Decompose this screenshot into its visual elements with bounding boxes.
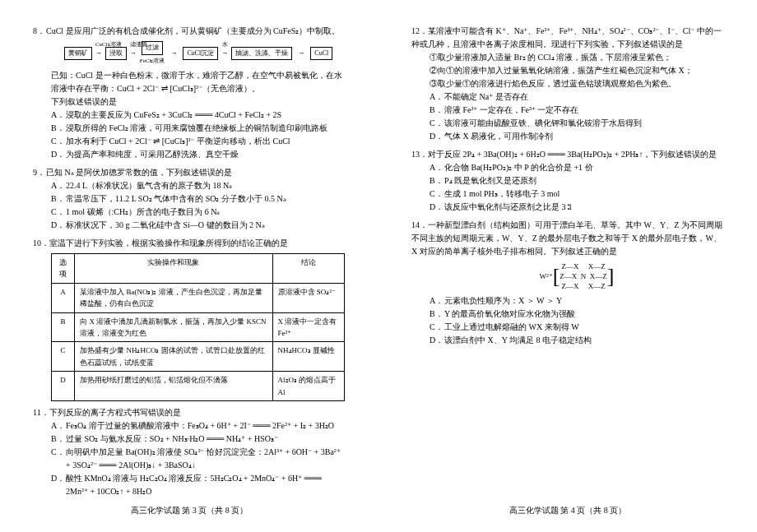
q8-D: 为提高产率和纯度，可采用乙醇洗涤、真空干燥 [66,148,239,161]
q8-stem: CuCl 是应用广泛的有机合成催化剂，可从黄铜矿（主要成分为 CuFeS₂）中制… [46,26,340,35]
flow-node-4: CuCl沉淀 [183,47,218,61]
bracket-right-icon: ] [607,268,615,285]
page-left: 8．CuCl 是应用广泛的有机合成催化剂，可从黄铜矿（主要成分为 CuFeS₂）… [0,0,378,532]
q11-number: 11． [33,406,49,419]
q8-info2: 下列叙述错误的是 [33,95,346,109]
bracket-left-icon: [ [553,268,560,285]
question-12: 12．某溶液中可能含有 K⁺、Na⁺、Fe²⁺、Fe³⁺、NH₄⁺、SO₄²⁻、… [411,25,724,143]
q11-B: 过量 SO₂ 与氨水反应：SO₂ + NH₃·H₂O ═══ NH₄⁺ + HS… [66,433,278,446]
q8-B-letter: B． [51,122,66,135]
q8-info1: 已知：CuCl 是一种白色粉末，微溶于水，难溶于乙醇，在空气中易被氧化，在水溶液… [33,69,346,95]
q13-B: P₄ 既是氧化剂又是还原剂 [444,174,536,187]
q11-stem: 下列反应的离子方程式书写错误的是 [49,408,181,417]
q10-h1: 实验操作和现象 [75,253,272,283]
q9-stem: 已知 Nₐ 是阿伏加德罗常数的值，下列叙述错误的是 [46,168,232,177]
q13-A: 化合物 Ba(H₂PO₂)₂ 中 P 的化合价是 +1 价 [444,161,593,174]
q8-C-letter: C． [51,135,66,148]
q12-step3: ③取少量①的溶液进行焰色反应，透过蓝色钴玻璃观察焰色为紫色。 [411,77,724,90]
q10-stem: 室温下进行下列实验，根据实验操作和现象所得到的结论正确的是 [49,238,288,247]
table-row: A 某溶液中加入 Ba(NO₃)₂ 溶液，产生白色沉淀，再加足量稀盐酸，仍有白色… [52,283,345,312]
q13-D: 该反应中氧化剂与还原剂之比是 3∶1 [444,201,573,214]
table-header-row: 选项 实验操作和现象 结论 [52,253,345,283]
q12-number: 12． [411,25,428,38]
q12-stem: 某溶液中可能含有 K⁺、Na⁺、Fe²⁺、Fe³⁺、NH₄⁺、SO₄²⁻、CO₃… [411,26,722,49]
table-row: C 加热盛有少量 NH₄HCO₃ 固体的试管，试管口处放置的红色石蕊试纸，试纸变… [52,342,345,372]
q10-h0: 选项 [52,253,75,283]
right-footer: 高三化学试题 第 4 页（共 8 页） [378,504,757,517]
q10-number: 10． [33,237,49,250]
q14-D: 该漂白剂中 X、Y 均满足 8 电子稳定结构 [444,334,592,347]
q13-stem: 对于反应 2P₄ + 3Ba(OH)₂ + 6H₂O ═══ 3Ba(H₂PO₂… [428,150,717,159]
q12-D: 气体 X 易液化，可用作制冷剂 [444,130,553,143]
q8-flowchart: 黄铜矿 CuCl₂溶液→ 浸取 滤渣硫→ 过滤 FeCl₂溶液 → CuCl沉淀… [51,41,346,66]
q14-stem: 一种新型漂白剂（结构如图）可用于漂白羊毛、草等。其中 W、Y、Z 为不同周期不同… [411,220,722,256]
page-right: 12．某溶液中可能含有 K⁺、Na⁺、Fe²⁺、Fe³⁺、NH₄⁺、SO₄²⁻、… [378,0,757,532]
flow-arrow-1: CuCl₂溶液→ [95,49,102,59]
q9-number: 9． [33,166,46,179]
q12-A: 不能确定 Na⁺ 是否存在 [444,90,528,104]
q9-C: 1 mol 碳烯（:CH₂）所含的电子数目为 6 Nₐ [66,206,220,219]
q14-A: 元素电负性顺序为：X ＞ W ＞ Y [444,294,562,308]
page-spread: 8．CuCl 是应用广泛的有机合成催化剂，可从黄铜矿（主要成分为 CuFeS₂）… [0,0,757,532]
q14-C: 工业上通过电解熔融的 WX 来制得 W [444,321,579,334]
q10-table: 选项 实验操作和现象 结论 A 某溶液中加入 Ba(NO₃)₂ 溶液，产生白色沉… [51,253,345,401]
question-10: 10．室温下进行下列实验，根据实验操作和现象所得到的结论正确的是 选项 实验操作… [33,237,346,401]
q12-B: 溶液 Fe²⁺ 一定存在，Fe³⁺ 一定不存在 [444,104,579,117]
q8-D-letter: D． [51,148,66,161]
question-14: 14．一种新型漂白剂（结构如图）可用于漂白羊毛、草等。其中 W、Y、Z 为不同周… [411,219,724,347]
question-9: 9．已知 Nₐ 是阿伏加德罗常数的值，下列叙述错误的是 A．22.4 L（标准状… [33,166,346,232]
q11-C: 向明矾中加足量 Ba(OH)₂ 溶液使 SO₄²⁻ 恰好沉淀完全：2Al³⁺ +… [66,446,346,472]
question-8: 8．CuCl 是应用广泛的有机合成催化剂，可从黄铜矿（主要成分为 CuFeS₂）… [33,25,346,161]
flow-arrow-5: → [295,49,307,59]
q8-C: 加水有利于 CuCl + 2Cl⁻ ⇌ [CuCl₃]²⁻ 平衡逆向移动，析出 … [66,135,290,148]
flow-arrow-2: 滤渣硫→ [130,49,137,59]
q13-number: 13． [411,148,428,161]
q10-h2: 结论 [272,253,345,283]
flow-node-2: 浸取 [105,47,127,61]
q9-D: 标准状况下，30 g 二氧化硅中含 Si—O 键的数目为 2 Nₐ [66,219,265,232]
q12-step2: ②向①的溶液中加入过量氢氧化钠溶液，振荡产生红褐色沉淀和气体 X； [411,64,724,77]
q11-D: 酸性 KMnO₄ 溶液与 H₂C₂O₄ 溶液反应：5H₂C₂O₄ + 2MnO₄… [66,472,346,498]
q8-B: 浸取所得的 FeCl₂ 溶液，可用来腐蚀覆在绝缘板上的铜箔制造印刷电路板 [66,122,327,135]
q8-A: 浸取的主要反应为 CuFeS₂ + 3CuCl₂ ═══ 4CuCl + FeC… [66,109,281,122]
q9-B: 常温常压下，11.2 L SO₂ 气体中含有的 SO₂ 分子数小于 0.5 Nₐ [66,192,286,206]
question-13: 13．对于反应 2P₄ + 3Ba(OH)₂ + 6H₂O ═══ 3Ba(H₂… [411,148,724,214]
table-row: D 加热用砂纸打磨过的铝箔，铝箔熔化但不滴落 Al₂O₃ 的熔点高于 Al [52,372,345,401]
flow-node-6: CuCl [310,47,332,61]
flow-arrow-4: 水→ [221,49,228,59]
q9-A: 22.4 L（标准状况）氩气含有的原子数为 18 Nₐ [66,179,232,192]
flow-byproduct: FeCl₂溶液 [140,57,165,66]
q13-C: 生成 1 mol PH₃，转移电子 3 mol [444,187,560,201]
left-footer: 高三化学试题 第 3 页（共 8 页） [0,504,378,517]
q8-number: 8． [33,25,46,38]
q14-B: Y 的最高价氧化物对应水化物为强酸 [444,308,575,321]
q14-number: 14． [411,219,428,232]
q8-A-letter: A． [51,109,66,122]
table-row: B 向 X 溶液中滴加几滴新制氯水，振荡，再加入少量 KSCN 溶液，溶液变为红… [52,312,345,342]
q12-step1: ①取少量溶液加入适量 Br₂ 的 CCl₄ 溶液，振荡，下层溶液呈紫色； [411,51,724,64]
flow-node-5: 抽滤、洗涤、干燥 [231,47,292,61]
q12-C: 该溶液可能由硫酸亚铁、碘化钾和氯化铵溶于水后得到 [444,117,642,130]
q11-A: Fe₃O₄ 溶于过量的氢碘酸溶液中：Fe₃O₄ + 6H⁺ + 2I⁻ ═══ … [66,419,334,433]
flow-arrow-3: → [168,49,179,59]
flow-node-1: 黄铜矿 [64,47,92,61]
question-11: 11．下列反应的离子方程式书写错误的是 A．Fe₃O₄ 溶于过量的氢碘酸溶液中：… [33,406,346,498]
q14-structure: W²⁺ [ Z—X X—Z Z—X N X—Z Z—X X—Z ] [411,261,724,291]
q14-struct-label: W²⁺ [539,271,552,282]
